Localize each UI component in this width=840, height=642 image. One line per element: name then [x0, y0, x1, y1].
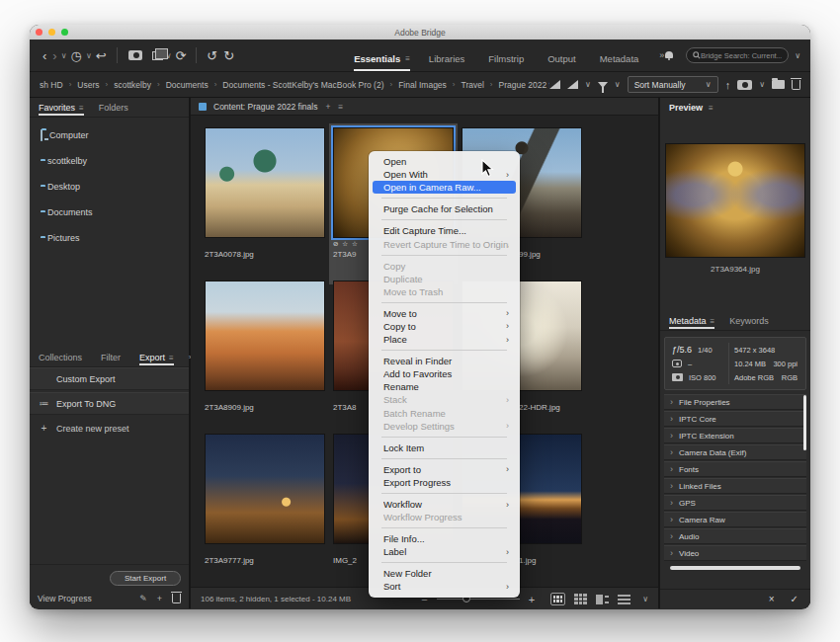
context-menu-item[interactable]: Export Progress › — [373, 476, 516, 489]
breadcrumb-item[interactable]: Users › — [77, 80, 114, 90]
details-view-icon[interactable] — [596, 595, 609, 604]
workspace-tab[interactable]: Libraries — [429, 44, 469, 71]
context-menu-item[interactable]: Add to Favorites › — [373, 367, 516, 380]
breadcrumb-item[interactable]: Documents › — [166, 80, 223, 90]
favorites-item[interactable]: Computer — [30, 122, 189, 148]
search-chevron-icon[interactable]: ∨ — [795, 51, 800, 60]
rotate-cw-icon[interactable]: ↻ — [223, 49, 234, 62]
sort-ascending-icon[interactable]: ↑ — [725, 79, 731, 91]
context-menu-item[interactable]: Workflow Progress › — [373, 511, 516, 523]
panel-menu-icon[interactable]: ≡ — [79, 104, 84, 113]
grid-view-icon[interactable] — [550, 593, 565, 605]
boomerang-return-icon[interactable]: ↩ — [96, 49, 107, 62]
search-box[interactable] — [686, 47, 789, 63]
context-menu-item[interactable]: › — [381, 527, 507, 528]
metadata-section-row[interactable]: Camera Raw — [664, 512, 806, 527]
context-menu-item[interactable]: › — [381, 437, 507, 438]
workspace-tab[interactable]: Essentials ≡ — [354, 44, 410, 71]
context-menu-item[interactable]: › — [381, 198, 507, 199]
context-menu-item[interactable]: Move to Trash › — [373, 285, 516, 298]
thumbnail-filename[interactable]: 2T3A8909.jpg — [205, 403, 325, 412]
panel-tab[interactable]: Metadata ≡ — [669, 312, 714, 329]
edit-preset-pencil-icon[interactable]: ✎ — [139, 594, 147, 603]
forward-icon[interactable]: › — [52, 49, 56, 62]
apply-metadata-icon[interactable]: ✓ — [791, 594, 798, 604]
breadcrumb-item[interactable]: sh HD › — [40, 80, 77, 90]
view-progress-label[interactable]: View Progress — [38, 594, 92, 603]
context-menu-item[interactable]: Label › — [373, 545, 516, 558]
thumbnail-rating-badges[interactable] — [205, 393, 325, 402]
preview-menu-icon[interactable]: ≡ — [709, 104, 714, 113]
context-menu-item[interactable]: Batch Rename › — [373, 407, 516, 420]
sort-dropdown[interactable]: Sort Manually ∨ — [628, 76, 718, 93]
metadata-section-row[interactable]: GPS — [664, 495, 806, 511]
context-menu-item[interactable]: Lock Item › — [373, 441, 516, 454]
rating-ramp-icon[interactable] — [549, 80, 560, 89]
zoom-slider[interactable] — [437, 599, 520, 600]
refine-stack-icon[interactable] — [152, 51, 163, 60]
rotate-ccw-icon[interactable]: ↺ — [207, 49, 217, 62]
metadata-section-row[interactable]: IPTC Extension — [664, 428, 806, 443]
context-menu-item[interactable]: Open › — [373, 155, 516, 168]
breadcrumb-item[interactable]: Travel › — [462, 80, 499, 90]
content-add-icon[interactable]: + — [325, 102, 330, 112]
panel-tab[interactable]: Folders — [99, 99, 132, 116]
rating-ramp-2-icon[interactable] — [567, 80, 578, 89]
context-menu-item[interactable]: Export to › — [373, 463, 516, 476]
export-preset-item[interactable]: + Create new preset — [30, 417, 189, 440]
workspace-tab[interactable]: Metadata — [600, 44, 644, 71]
delete-preset-trash-icon[interactable] — [172, 594, 181, 603]
context-menu-item[interactable]: Revert Capture Time to Original › — [373, 237, 516, 250]
recent-files-clock-icon[interactable]: ◷ — [71, 49, 82, 62]
metadata-horizontal-scrollbar[interactable] — [670, 566, 800, 570]
camera-chevron-icon[interactable]: ∨ — [759, 80, 765, 89]
export-preset-item[interactable]: ≔ Export To DNG — [30, 392, 189, 415]
funnel-chevron-icon[interactable]: ∨ — [615, 80, 621, 89]
context-menu-item[interactable]: Sort › — [373, 580, 516, 593]
thumbnail-rating-badges[interactable] — [205, 240, 325, 249]
view-options-chevron-icon[interactable]: ∨ — [642, 595, 648, 603]
thumbnail-image[interactable] — [205, 127, 325, 238]
context-menu-item[interactable]: Develop Settings › — [373, 420, 516, 433]
context-menu-item[interactable]: Move to › — [373, 307, 516, 320]
start-export-button[interactable]: Start Export — [110, 571, 181, 586]
thumbnail-cell[interactable]: 2T3A9777.jpg — [205, 434, 325, 587]
context-menu-item[interactable]: Copy › — [373, 260, 516, 273]
metadata-section-row[interactable]: Camera Data (Exif) — [664, 444, 806, 460]
back-icon[interactable]: ‹ — [42, 49, 46, 62]
panel-tab[interactable]: Export ≡ — [139, 349, 174, 365]
preview-image[interactable] — [665, 143, 805, 258]
list-view-icon[interactable] — [618, 595, 630, 604]
panel-tab[interactable]: Keywords — [729, 312, 773, 329]
delete-trash-icon[interactable] — [792, 80, 800, 90]
breadcrumb-item[interactable]: Documents - ScottKelby's MacBook Pro (2)… — [222, 80, 398, 90]
search-input[interactable] — [701, 51, 782, 60]
metadata-section-row[interactable]: IPTC Core — [664, 411, 806, 427]
favorites-item[interactable]: Pictures — [30, 225, 189, 251]
context-menu-item[interactable]: File Info... › — [373, 532, 516, 545]
panel-tab[interactable]: Collections — [39, 349, 86, 365]
metadata-section-row[interactable]: File Properties — [664, 394, 806, 410]
context-menu-item[interactable]: › — [381, 458, 507, 459]
context-menu-item[interactable]: › — [381, 255, 507, 256]
workspace-tab[interactable]: Output — [547, 44, 581, 71]
context-menu-item[interactable]: Rename › — [373, 380, 516, 393]
panel-tab[interactable]: Favorites ≡ — [39, 99, 84, 116]
recent-chevron-icon[interactable]: ∨ — [86, 49, 92, 62]
favorites-item[interactable]: scottkelby — [30, 148, 189, 174]
nav-chevron-icon[interactable]: ∨ — [61, 49, 67, 62]
panel-menu-icon[interactable]: ≡ — [711, 317, 715, 326]
workspace-tab[interactable]: Filmstrip — [488, 44, 529, 71]
breadcrumb-item[interactable]: Final Images › — [398, 80, 461, 90]
thumbnail-filename[interactable]: 2T3A0078.jpg — [205, 250, 325, 259]
get-photos-camera-icon[interactable] — [737, 80, 752, 90]
export-preset-item[interactable]: Custom Export — [30, 367, 189, 390]
context-menu-item[interactable]: Purge Cache for Selection › — [373, 202, 516, 215]
add-preset-plus-icon[interactable]: + — [157, 594, 162, 603]
import-from-camera-icon[interactable] — [128, 50, 142, 60]
panel-menu-icon[interactable]: ≡ — [169, 354, 174, 362]
metadata-vertical-scrollbar[interactable] — [803, 395, 806, 450]
context-menu-item[interactable]: › — [381, 493, 507, 494]
zoom-in-icon[interactable]: + — [529, 594, 535, 605]
thumbnail-cell[interactable]: 2T3A8909.jpg — [205, 281, 325, 434]
